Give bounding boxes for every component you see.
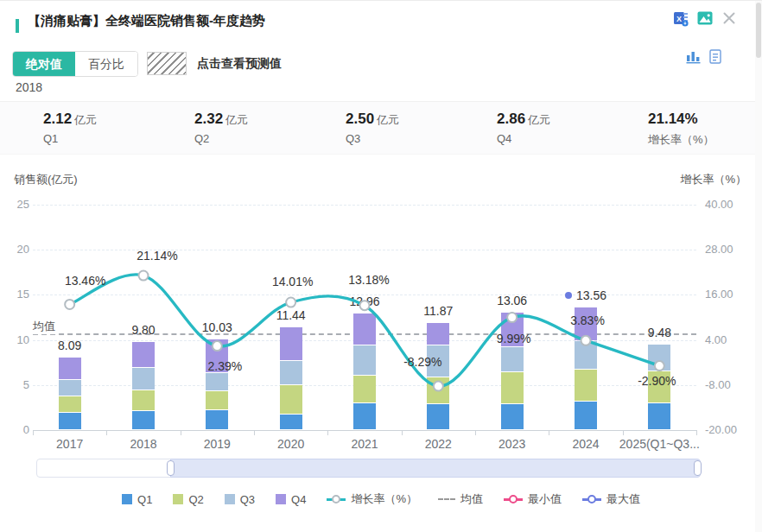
bar-segment-q4-2022[interactable] [427, 323, 449, 345]
growth-point[interactable] [213, 341, 222, 351]
legend-item-[interactable]: 增长率（%） [327, 491, 417, 507]
bar-segment-q2-2020[interactable] [280, 385, 302, 414]
growth-rate-label: 21.14% [118, 249, 196, 263]
legend-circle [332, 495, 340, 504]
right-axis-tick: 4.00 [705, 333, 757, 346]
growth-point[interactable] [286, 298, 295, 307]
bar-segment-q1-2020[interactable] [280, 415, 302, 429]
bar-segment-q4-2021[interactable] [353, 314, 376, 345]
bar-segment-q3-2019[interactable] [206, 373, 228, 390]
bar-total-label: 10.03 [178, 320, 256, 334]
legend-square-swatch [225, 494, 235, 504]
x-axis-line [33, 430, 696, 431]
bar-segment-q2-2023[interactable] [501, 372, 524, 403]
bar-segment-q1-2017[interactable] [59, 413, 81, 429]
growth-rate-label: 14.01% [254, 275, 332, 288]
legend-label: Q4 [291, 493, 306, 506]
left-axis-tick: 5 [0, 378, 29, 391]
growth-line-layer [0, 1, 762, 532]
growth-rate-label: -2.90% [618, 374, 695, 388]
bar-segment-q4-2020[interactable] [280, 327, 302, 361]
right-axis-tick: 28.00 [705, 243, 757, 256]
left-axis-tick: 20 [0, 243, 29, 256]
bar-segment-q2-2018[interactable] [132, 390, 155, 410]
growth-point[interactable] [581, 336, 591, 345]
left-axis-tick: 10 [0, 333, 29, 346]
legend-square-swatch [276, 494, 286, 504]
growth-rate-label: 13.46% [47, 274, 124, 288]
bar-total-label: 13.06 [473, 294, 551, 307]
legend-item-q3[interactable]: Q3 [225, 493, 255, 506]
legend-label: Q2 [188, 493, 203, 506]
growth-rate-label: 2.39% [186, 359, 264, 373]
growth-point[interactable] [139, 271, 149, 281]
data-zoom-slider[interactable] [36, 459, 700, 478]
bar-total-label: 11.44 [252, 308, 330, 322]
data-zoom-handle-right[interactable] [694, 460, 702, 476]
bar-total-label: 11.87 [399, 304, 477, 318]
legend-label: 最小值 [528, 491, 562, 507]
bar-segment-q4-2017[interactable] [59, 358, 81, 379]
legend-item-[interactable]: 最小值 [504, 491, 562, 507]
right-axis-tick: 16.00 [705, 288, 757, 301]
right-axis-tick: 40.00 [705, 198, 757, 211]
legend-item-[interactable]: 最大值 [582, 491, 640, 507]
bar-segment-q4-2018[interactable] [132, 342, 155, 367]
bar-total-label: 8.09 [31, 339, 109, 352]
growth-point[interactable] [655, 361, 664, 370]
x-axis-tick [106, 430, 107, 435]
bar-segment-q3-2023[interactable] [501, 347, 524, 371]
legend-label: Q3 [240, 493, 255, 506]
left-axis-tick: 25 [0, 198, 29, 211]
x-axis-tick [327, 430, 328, 435]
bar-segment-q1-2022[interactable] [427, 404, 449, 429]
legend-square-swatch [122, 494, 132, 504]
gridline [33, 205, 696, 206]
bar-segment-q3-2018[interactable] [132, 368, 155, 390]
bar-segment-q2-2021[interactable] [353, 376, 376, 402]
bar-segment-q3-2020[interactable] [280, 361, 302, 384]
bar-segment-q2-2019[interactable] [206, 391, 228, 409]
data-zoom-selected-range[interactable] [170, 459, 701, 478]
legend-circle [587, 495, 596, 504]
bar-segment-q3-2021[interactable] [353, 345, 376, 375]
right-axis-tick: -8.00 [705, 378, 757, 391]
legend-marker [438, 498, 455, 500]
scrollbar-track[interactable] [755, 1, 762, 532]
x-axis-label: 2025(Q1~Q3... [607, 437, 711, 451]
bar-segment-q2-2017[interactable] [59, 396, 81, 412]
growth-point[interactable] [360, 301, 370, 310]
growth-rate-label: -8.29% [384, 355, 461, 369]
chart-legend: Q1Q2Q3Q4增长率（%）均值最小值最大值 [0, 491, 762, 507]
growth-point[interactable] [507, 313, 517, 322]
scrollbar-thumb[interactable] [756, 3, 761, 58]
bar-segment-q1-2024[interactable] [575, 402, 597, 429]
growth-point[interactable] [65, 300, 74, 309]
growth-point[interactable] [434, 382, 443, 391]
x-axis-tick [623, 430, 624, 435]
bar-segment-q1-2021[interactable] [353, 403, 376, 429]
x-axis-tick [33, 430, 34, 435]
bar-segment-q1-2019[interactable] [206, 410, 228, 429]
growth-rate-label: 3.83% [549, 314, 626, 327]
legend-item-q1[interactable]: Q1 [122, 493, 152, 506]
bar-segment-q3-2017[interactable] [59, 380, 81, 396]
data-zoom-handle-left[interactable] [167, 460, 175, 476]
bar-segment-q1-2025(Q1~Q3...[interactable] [648, 403, 670, 429]
left-axis-tick: 0 [0, 423, 29, 436]
legend-label: 均值 [460, 491, 483, 507]
bar-total-label: 9.48 [620, 326, 698, 339]
trend-chart: 销售额(亿元) 增长率（%） 0-20.005-8.00104.001516.0… [0, 1, 762, 532]
bar-segment-q1-2018[interactable] [132, 411, 155, 429]
legend-item-q2[interactable]: Q2 [173, 493, 203, 506]
growth-rate-label: 13.18% [330, 273, 408, 287]
bar-segment-q2-2024[interactable] [575, 370, 597, 401]
legend-item-q4[interactable]: Q4 [276, 493, 306, 506]
legend-item-[interactable]: 均值 [438, 491, 483, 507]
bar-total-label: 13.56 [547, 288, 625, 302]
sales-trend-panel: 【消痛贴膏】全终端医院销售额-年度趋势 X [0, 0, 762, 532]
bar-segment-q1-2023[interactable] [501, 404, 524, 429]
legend-label: 最大值 [606, 491, 640, 507]
right-axis-title: 增长率（%） [680, 172, 746, 187]
growth-rate-label: 9.99% [475, 332, 553, 345]
